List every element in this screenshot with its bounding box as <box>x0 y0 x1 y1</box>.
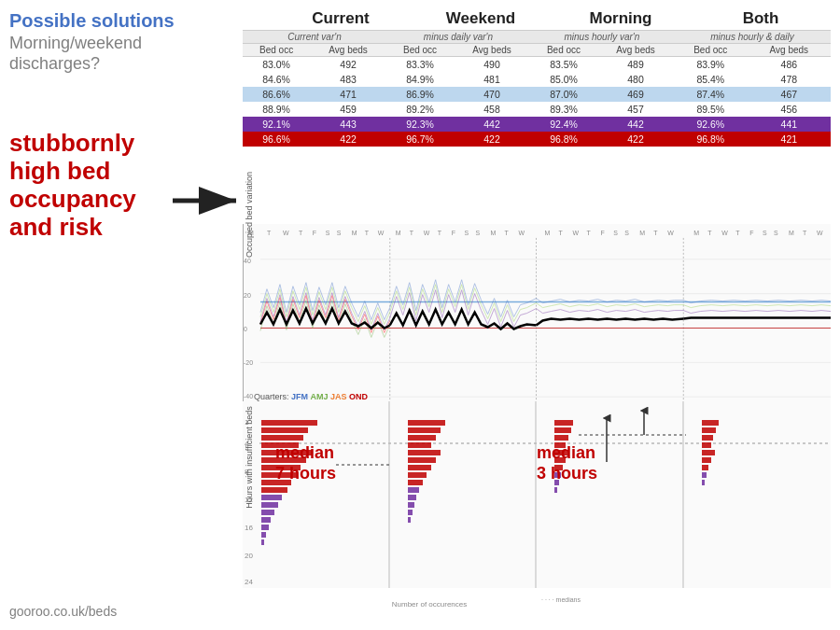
svg-rect-114 <box>702 435 713 441</box>
table-cell: 92.4% <box>530 117 597 132</box>
table-row: 92.1%44392.3%44292.4%44292.6%441 <box>243 117 831 132</box>
table-cell: 83.5% <box>530 57 597 73</box>
table-cell: 84.9% <box>386 72 454 87</box>
column-headers: Current Weekend Morning Both <box>243 9 831 28</box>
svg-text:S: S <box>613 230 618 236</box>
table-cell: 469 <box>597 87 674 102</box>
svg-text:0: 0 <box>244 326 247 332</box>
svg-text:M: M <box>693 230 699 236</box>
svg-text:F: F <box>313 230 316 236</box>
svg-text:T: T <box>803 230 807 236</box>
table-cell: 492 <box>310 57 386 73</box>
main-content: Current Weekend Morning Both Current var… <box>243 9 831 147</box>
svg-rect-81 <box>261 495 282 500</box>
table-cell: 456 <box>748 102 831 117</box>
table-row: 83.0%49283.3%49083.5%48983.9%486 <box>243 57 831 73</box>
table-cell: 421 <box>748 132 831 147</box>
th-bed-occ-4: Bed occ <box>674 44 748 57</box>
table-cell: 86.9% <box>386 87 454 102</box>
svg-text:S: S <box>326 230 330 236</box>
svg-text:T: T <box>410 230 414 236</box>
svg-text:W: W <box>721 230 728 236</box>
table-cell: 459 <box>310 102 386 117</box>
table-cell: 83.9% <box>674 57 748 73</box>
svg-text:T: T <box>438 230 442 236</box>
table-cell: 422 <box>597 132 674 147</box>
svg-rect-119 <box>702 472 707 478</box>
svg-text:T: T <box>267 230 272 236</box>
svg-text:S: S <box>337 230 342 236</box>
table-cell: 422 <box>310 132 386 147</box>
table-cell: 85.4% <box>674 72 748 87</box>
svg-rect-73 <box>261 435 303 441</box>
svg-rect-101 <box>408 517 411 523</box>
median-7-hours-label: median7 hours <box>275 443 336 483</box>
table-cell: 470 <box>454 87 530 102</box>
svg-text:F: F <box>600 230 604 236</box>
table-cell: 86.6% <box>243 87 310 102</box>
svg-text:T: T <box>707 230 712 236</box>
table-cell: 88.9% <box>243 102 310 117</box>
y-axis-label-lower: Hours with insufficient beds <box>245 392 254 523</box>
table-cell: 83.3% <box>386 57 454 73</box>
svg-rect-103 <box>554 427 571 433</box>
svg-text:M: M <box>789 230 794 236</box>
morning-weekend-subtitle: Morning/weekenddischarges? <box>9 34 224 74</box>
svg-text:W: W <box>667 230 674 236</box>
table-cell: 422 <box>454 132 530 147</box>
subheader-minus-hourly: minus hourly var'n <box>530 31 674 44</box>
table-cell: 96.8% <box>674 132 748 147</box>
col-header-weekend: Weekend <box>415 9 546 28</box>
svg-rect-94 <box>408 465 431 470</box>
table-cell: 490 <box>454 57 530 73</box>
svg-rect-88 <box>408 420 445 426</box>
svg-rect-98 <box>408 495 416 500</box>
svg-rect-87 <box>261 539 264 545</box>
svg-rect-90 <box>408 435 436 441</box>
table-cell: 481 <box>454 72 530 87</box>
svg-text:Number of occurences: Number of occurences <box>392 600 467 609</box>
table-row: 88.9%45989.2%45889.3%45789.5%456 <box>243 102 831 117</box>
table-cell: 84.6% <box>243 72 310 87</box>
table-cell: 442 <box>597 117 674 132</box>
svg-rect-112 <box>702 420 719 426</box>
svg-rect-93 <box>408 457 436 463</box>
col-header-morning: Morning <box>555 9 686 28</box>
svg-rect-115 <box>702 442 711 448</box>
svg-text:16: 16 <box>245 524 253 532</box>
subheader-current-varn: Current var'n <box>243 31 386 44</box>
col-header-current: Current <box>275 9 406 28</box>
svg-text:24: 24 <box>245 578 253 586</box>
svg-rect-59 <box>243 401 831 588</box>
table-cell: 441 <box>748 117 831 132</box>
table-cell: 85.0% <box>530 72 597 87</box>
table-cell: 483 <box>310 72 386 87</box>
svg-rect-72 <box>261 427 308 433</box>
svg-rect-100 <box>408 510 413 515</box>
col-header-both: Both <box>695 9 826 28</box>
svg-rect-83 <box>261 510 274 515</box>
svg-rect-96 <box>408 480 423 485</box>
svg-rect-95 <box>408 472 427 478</box>
svg-rect-117 <box>702 457 711 463</box>
svg-rect-120 <box>702 480 705 485</box>
svg-text:S: S <box>624 230 629 236</box>
svg-text:M: M <box>491 230 497 236</box>
svg-text:S: S <box>465 230 469 236</box>
table-cell: 89.2% <box>386 102 454 117</box>
data-table: Current var'n minus daily var'n minus ho… <box>243 30 831 147</box>
table-cell: 489 <box>597 57 674 73</box>
table-cell: 89.3% <box>530 102 597 117</box>
svg-rect-82 <box>261 502 278 508</box>
svg-text:T: T <box>365 230 370 236</box>
table-cell: 96.8% <box>530 132 597 147</box>
svg-rect-97 <box>408 487 419 493</box>
th-avg-beds-1: Avg beds <box>310 44 386 57</box>
svg-text:W: W <box>283 230 289 236</box>
table-row: 86.6%47186.9%47087.0%46987.4%467 <box>243 87 831 102</box>
svg-text:S: S <box>774 230 778 236</box>
th-avg-beds-4: Avg beds <box>748 44 831 57</box>
svg-text:W: W <box>817 230 823 236</box>
svg-text:M: M <box>352 230 357 236</box>
svg-text:20: 20 <box>245 552 253 560</box>
